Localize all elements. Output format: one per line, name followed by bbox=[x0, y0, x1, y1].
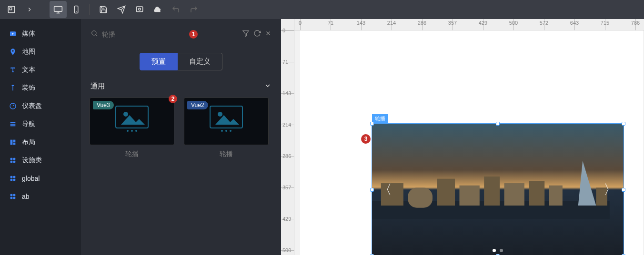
nav-label: 设施类 bbox=[22, 156, 42, 165]
panel-tabs: 预置 自定义 bbox=[90, 53, 272, 70]
svg-line-16 bbox=[13, 105, 14, 106]
resize-handle[interactable] bbox=[496, 122, 500, 126]
svg-rect-14 bbox=[12, 86, 13, 90]
resize-handle[interactable] bbox=[370, 188, 374, 192]
play-icon bbox=[9, 29, 17, 38]
nav-decor[interactable]: 装饰 bbox=[0, 79, 81, 97]
nav-media[interactable]: 媒体 bbox=[0, 25, 81, 43]
refresh-icon[interactable] bbox=[253, 29, 261, 39]
mobile-view-button[interactable] bbox=[68, 1, 85, 18]
vue-tag: Vue2 bbox=[187, 101, 208, 109]
svg-rect-27 bbox=[10, 176, 13, 178]
svg-rect-61 bbox=[529, 181, 544, 206]
chevron-down-icon bbox=[264, 82, 272, 91]
card-label: 轮播 bbox=[90, 145, 174, 163]
svg-rect-21 bbox=[13, 140, 16, 142]
svg-rect-23 bbox=[10, 158, 13, 160]
skyline-graphic bbox=[372, 161, 610, 219]
svg-rect-62 bbox=[549, 186, 563, 206]
svg-point-41 bbox=[123, 112, 128, 117]
svg-line-36 bbox=[96, 35, 97, 36]
close-icon[interactable] bbox=[265, 30, 272, 39]
svg-rect-31 bbox=[10, 194, 13, 196]
svg-marker-63 bbox=[578, 161, 596, 206]
svg-rect-59 bbox=[484, 177, 500, 206]
svg-rect-20 bbox=[10, 140, 13, 145]
svg-rect-58 bbox=[459, 186, 479, 206]
nav-map[interactable]: 地图 bbox=[0, 43, 81, 61]
component-card[interactable]: Vue2 轮播 bbox=[184, 98, 269, 163]
resize-handle[interactable] bbox=[622, 122, 625, 126]
annotation-badge-2: 2 bbox=[169, 95, 177, 103]
carousel-dot[interactable] bbox=[500, 249, 503, 252]
group-title: 通用 bbox=[91, 82, 105, 91]
svg-rect-32 bbox=[13, 194, 16, 196]
svg-point-45 bbox=[131, 130, 133, 132]
svg-rect-9 bbox=[136, 7, 143, 12]
logo-icon[interactable] bbox=[3, 1, 20, 18]
undo-button[interactable] bbox=[167, 1, 184, 18]
carousel-next-button[interactable]: 〉 bbox=[604, 181, 617, 199]
tab-preset[interactable]: 预置 bbox=[140, 53, 178, 70]
carousel-component[interactable]: 轮播 〈 〉 bbox=[372, 123, 624, 255]
component-tag: 轮播 bbox=[372, 114, 388, 123]
svg-point-10 bbox=[139, 8, 141, 10]
svg-marker-37 bbox=[243, 31, 249, 37]
nav-navigation[interactable]: 导航 bbox=[0, 115, 81, 133]
svg-rect-34 bbox=[13, 197, 16, 199]
group-header[interactable]: 通用 bbox=[90, 82, 272, 91]
nav-ab[interactable]: ab bbox=[0, 187, 81, 206]
left-nav: 媒体 地图 文本 装饰 仪表盘 导航 布局 设施类 global ab bbox=[0, 19, 81, 255]
carousel-dot[interactable] bbox=[493, 249, 496, 252]
resize-handle[interactable] bbox=[622, 188, 625, 192]
svg-point-48 bbox=[218, 112, 222, 117]
svg-point-46 bbox=[135, 130, 137, 132]
carousel-prev-button[interactable]: 〈 bbox=[379, 181, 392, 199]
svg-point-13 bbox=[12, 50, 13, 51]
carousel-dots bbox=[493, 249, 503, 252]
search-input[interactable] bbox=[102, 30, 185, 38]
svg-rect-60 bbox=[504, 183, 524, 206]
desktop-view-button[interactable] bbox=[50, 1, 67, 18]
svg-point-44 bbox=[127, 130, 129, 132]
svg-rect-28 bbox=[13, 176, 16, 178]
tab-custom[interactable]: 自定义 bbox=[178, 53, 222, 70]
vertical-ruler: 071143214286357429500 bbox=[281, 30, 294, 255]
nav-facility[interactable]: 设施类 bbox=[0, 151, 81, 169]
topbar bbox=[0, 0, 644, 19]
canvas[interactable]: 071143214286357429500572643715786 071143… bbox=[281, 19, 644, 255]
image-icon bbox=[115, 106, 149, 134]
vue-tag: Vue3 bbox=[93, 101, 114, 109]
card-grid: 2 Vue3 轮播 Vue2 轮播 bbox=[90, 98, 272, 163]
pin-icon bbox=[9, 48, 17, 56]
resize-handle[interactable] bbox=[370, 122, 374, 126]
apps-icon bbox=[9, 156, 17, 165]
svg-point-51 bbox=[221, 130, 223, 132]
apps-icon bbox=[9, 192, 17, 201]
svg-rect-2 bbox=[54, 6, 62, 11]
search-icon bbox=[91, 29, 98, 39]
send-button[interactable] bbox=[113, 1, 130, 18]
decor-icon bbox=[9, 84, 17, 92]
component-card[interactable]: 2 Vue3 轮播 bbox=[90, 98, 174, 163]
list-icon bbox=[9, 120, 17, 128]
nav-layout[interactable]: 布局 bbox=[0, 133, 81, 151]
annotation-badge-1: 1 bbox=[189, 30, 198, 39]
preview-button[interactable] bbox=[131, 1, 148, 18]
save-button[interactable] bbox=[95, 1, 112, 18]
nav-gauge[interactable]: 仪表盘 bbox=[0, 97, 81, 115]
cloud-upload-button[interactable] bbox=[149, 1, 166, 18]
svg-rect-33 bbox=[10, 197, 13, 199]
filter-icon[interactable] bbox=[242, 29, 250, 39]
svg-rect-56 bbox=[408, 187, 433, 207]
svg-rect-1 bbox=[10, 8, 12, 10]
svg-point-52 bbox=[225, 130, 227, 132]
design-page[interactable]: 轮播 〈 〉 bbox=[300, 30, 643, 255]
layout-icon bbox=[9, 138, 17, 147]
redo-button[interactable] bbox=[185, 1, 202, 18]
nav-label: 装饰 bbox=[22, 84, 35, 92]
svg-rect-26 bbox=[13, 161, 16, 163]
nav-global[interactable]: global bbox=[0, 169, 81, 187]
chevron-right-icon[interactable] bbox=[21, 1, 38, 18]
nav-text[interactable]: 文本 bbox=[0, 61, 81, 79]
